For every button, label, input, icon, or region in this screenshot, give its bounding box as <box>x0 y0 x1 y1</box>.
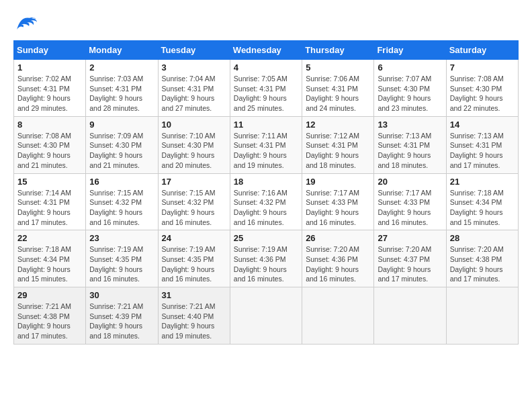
calendar-week-row: 15Sunrise: 7:14 AMSunset: 4:31 PMDayligh… <box>14 173 519 230</box>
day-info: Sunrise: 7:21 AMSunset: 4:38 PMDaylight:… <box>17 302 82 341</box>
day-info: Sunrise: 7:17 AMSunset: 4:33 PMDaylight:… <box>306 188 370 228</box>
calendar-cell: 13Sunrise: 7:13 AMSunset: 4:31 PMDayligh… <box>374 116 446 173</box>
day-number: 26 <box>306 233 370 243</box>
day-number: 4 <box>234 62 298 73</box>
calendar-cell: 30Sunrise: 7:21 AMSunset: 4:39 PMDayligh… <box>86 287 158 345</box>
calendar-cell: 5Sunrise: 7:06 AMSunset: 4:31 PMDaylight… <box>302 60 374 117</box>
calendar-cell: 26Sunrise: 7:20 AMSunset: 4:36 PMDayligh… <box>302 230 374 287</box>
day-number: 30 <box>89 290 154 300</box>
day-info: Sunrise: 7:21 AMSunset: 4:39 PMDaylight:… <box>89 302 154 341</box>
calendar-cell: 20Sunrise: 7:17 AMSunset: 4:33 PMDayligh… <box>374 173 446 230</box>
calendar-cell <box>302 287 374 345</box>
day-number: 29 <box>17 290 82 300</box>
calendar-cell: 9Sunrise: 7:09 AMSunset: 4:30 PMDaylight… <box>86 116 158 173</box>
weekday-header: Saturday <box>446 41 518 60</box>
day-info: Sunrise: 7:21 AMSunset: 4:40 PMDaylight:… <box>162 302 226 341</box>
day-number: 19 <box>306 177 370 187</box>
weekday-header-row: SundayMondayTuesdayWednesdayThursdayFrid… <box>14 41 519 60</box>
calendar-cell <box>374 287 446 345</box>
day-number: 23 <box>89 233 154 243</box>
day-number: 14 <box>450 120 515 130</box>
weekday-header: Tuesday <box>158 41 230 60</box>
weekday-header: Wednesday <box>230 41 302 60</box>
calendar-cell <box>230 287 302 345</box>
day-info: Sunrise: 7:18 AMSunset: 4:34 PMDaylight:… <box>17 244 82 284</box>
day-number: 5 <box>306 62 370 73</box>
page-header <box>13 13 519 34</box>
day-info: Sunrise: 7:20 AMSunset: 4:37 PMDaylight:… <box>378 244 442 284</box>
day-number: 3 <box>162 62 226 73</box>
day-info: Sunrise: 7:15 AMSunset: 4:32 PMDaylight:… <box>162 188 226 228</box>
day-info: Sunrise: 7:19 AMSunset: 4:35 PMDaylight:… <box>89 244 154 284</box>
logo-icon <box>13 13 38 34</box>
day-info: Sunrise: 7:13 AMSunset: 4:31 PMDaylight:… <box>378 131 442 171</box>
calendar-cell: 29Sunrise: 7:21 AMSunset: 4:38 PMDayligh… <box>14 287 86 345</box>
day-number: 7 <box>450 62 515 73</box>
day-number: 18 <box>234 177 298 187</box>
day-info: Sunrise: 7:13 AMSunset: 4:31 PMDaylight:… <box>450 131 515 171</box>
calendar-cell: 4Sunrise: 7:05 AMSunset: 4:31 PMDaylight… <box>230 60 302 117</box>
calendar-cell: 25Sunrise: 7:19 AMSunset: 4:36 PMDayligh… <box>230 230 302 287</box>
logo <box>13 13 40 34</box>
day-info: Sunrise: 7:20 AMSunset: 4:38 PMDaylight:… <box>450 244 515 284</box>
day-number: 13 <box>378 120 442 130</box>
weekday-header: Thursday <box>302 41 374 60</box>
day-number: 6 <box>378 62 442 73</box>
day-number: 21 <box>450 177 515 187</box>
calendar-cell: 15Sunrise: 7:14 AMSunset: 4:31 PMDayligh… <box>14 173 86 230</box>
calendar-cell: 16Sunrise: 7:15 AMSunset: 4:32 PMDayligh… <box>86 173 158 230</box>
weekday-header: Friday <box>374 41 446 60</box>
weekday-header: Monday <box>86 41 158 60</box>
calendar-cell: 23Sunrise: 7:19 AMSunset: 4:35 PMDayligh… <box>86 230 158 287</box>
day-number: 16 <box>89 177 154 187</box>
calendar-week-row: 1Sunrise: 7:02 AMSunset: 4:31 PMDaylight… <box>14 60 519 117</box>
day-info: Sunrise: 7:10 AMSunset: 4:30 PMDaylight:… <box>162 131 226 171</box>
calendar-cell: 6Sunrise: 7:07 AMSunset: 4:30 PMDaylight… <box>374 60 446 117</box>
day-info: Sunrise: 7:08 AMSunset: 4:30 PMDaylight:… <box>450 74 515 113</box>
day-number: 22 <box>17 233 82 243</box>
calendar-cell: 28Sunrise: 7:20 AMSunset: 4:38 PMDayligh… <box>446 230 518 287</box>
calendar-cell <box>446 287 518 345</box>
day-number: 28 <box>450 233 515 243</box>
calendar-cell: 19Sunrise: 7:17 AMSunset: 4:33 PMDayligh… <box>302 173 374 230</box>
day-info: Sunrise: 7:19 AMSunset: 4:36 PMDaylight:… <box>234 244 298 284</box>
calendar-cell: 14Sunrise: 7:13 AMSunset: 4:31 PMDayligh… <box>446 116 518 173</box>
day-number: 12 <box>306 120 370 130</box>
calendar-week-row: 29Sunrise: 7:21 AMSunset: 4:38 PMDayligh… <box>14 287 519 345</box>
day-info: Sunrise: 7:19 AMSunset: 4:35 PMDaylight:… <box>162 244 226 284</box>
calendar-cell: 17Sunrise: 7:15 AMSunset: 4:32 PMDayligh… <box>158 173 230 230</box>
day-number: 9 <box>89 120 154 130</box>
calendar-cell: 8Sunrise: 7:08 AMSunset: 4:30 PMDaylight… <box>14 116 86 173</box>
calendar-cell: 7Sunrise: 7:08 AMSunset: 4:30 PMDaylight… <box>446 60 518 117</box>
day-info: Sunrise: 7:06 AMSunset: 4:31 PMDaylight:… <box>306 74 370 113</box>
calendar-cell: 1Sunrise: 7:02 AMSunset: 4:31 PMDaylight… <box>14 60 86 117</box>
calendar-cell: 18Sunrise: 7:16 AMSunset: 4:32 PMDayligh… <box>230 173 302 230</box>
day-number: 27 <box>378 233 442 243</box>
calendar-cell: 27Sunrise: 7:20 AMSunset: 4:37 PMDayligh… <box>374 230 446 287</box>
day-info: Sunrise: 7:14 AMSunset: 4:31 PMDaylight:… <box>17 188 82 228</box>
day-number: 11 <box>234 120 298 130</box>
calendar-cell: 11Sunrise: 7:11 AMSunset: 4:31 PMDayligh… <box>230 116 302 173</box>
day-number: 24 <box>162 233 226 243</box>
day-info: Sunrise: 7:17 AMSunset: 4:33 PMDaylight:… <box>378 188 442 228</box>
day-info: Sunrise: 7:12 AMSunset: 4:31 PMDaylight:… <box>306 131 370 171</box>
calendar-cell: 21Sunrise: 7:18 AMSunset: 4:34 PMDayligh… <box>446 173 518 230</box>
day-info: Sunrise: 7:08 AMSunset: 4:30 PMDaylight:… <box>17 131 82 171</box>
calendar-cell: 3Sunrise: 7:04 AMSunset: 4:31 PMDaylight… <box>158 60 230 117</box>
day-number: 1 <box>17 62 82 73</box>
calendar-table: SundayMondayTuesdayWednesdayThursdayFrid… <box>13 40 519 345</box>
day-number: 8 <box>17 120 82 130</box>
day-number: 2 <box>89 62 154 73</box>
day-info: Sunrise: 7:05 AMSunset: 4:31 PMDaylight:… <box>234 74 298 113</box>
day-info: Sunrise: 7:02 AMSunset: 4:31 PMDaylight:… <box>17 74 82 113</box>
calendar-cell: 12Sunrise: 7:12 AMSunset: 4:31 PMDayligh… <box>302 116 374 173</box>
day-number: 17 <box>162 177 226 187</box>
day-number: 31 <box>162 290 226 300</box>
day-number: 15 <box>17 177 82 187</box>
day-info: Sunrise: 7:07 AMSunset: 4:30 PMDaylight:… <box>378 74 442 113</box>
day-info: Sunrise: 7:16 AMSunset: 4:32 PMDaylight:… <box>234 188 298 228</box>
calendar-cell: 24Sunrise: 7:19 AMSunset: 4:35 PMDayligh… <box>158 230 230 287</box>
calendar-cell: 10Sunrise: 7:10 AMSunset: 4:30 PMDayligh… <box>158 116 230 173</box>
day-info: Sunrise: 7:20 AMSunset: 4:36 PMDaylight:… <box>306 244 370 284</box>
calendar-cell: 2Sunrise: 7:03 AMSunset: 4:31 PMDaylight… <box>86 60 158 117</box>
